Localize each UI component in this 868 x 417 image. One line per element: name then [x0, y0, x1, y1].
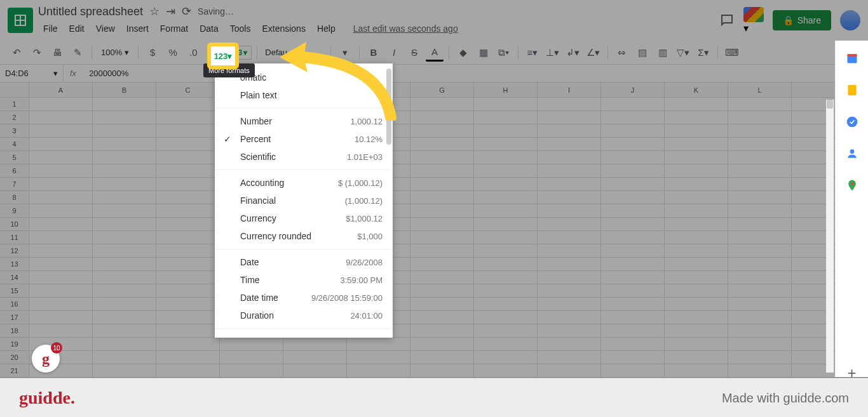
formula-bar[interactable]: 2000000%: [83, 69, 128, 78]
format-item-sample: 9/26/2008: [346, 258, 383, 267]
maps-icon[interactable]: [846, 179, 858, 192]
format-menu-item[interactable]: Scientific1.01E+03: [215, 148, 393, 166]
format-menu-item[interactable]: Date9/26/2008: [215, 253, 393, 271]
row-header[interactable]: 4: [0, 138, 29, 151]
wrap-icon[interactable]: ↲▾: [564, 44, 582, 62]
row-header[interactable]: 20: [0, 351, 29, 364]
format-menu-item[interactable]: ✓Percent10.12%: [215, 130, 393, 148]
merge-cells-icon[interactable]: ⧉▾: [495, 44, 513, 62]
row-header[interactable]: 2: [0, 111, 29, 124]
h-align-icon[interactable]: ≡▾: [524, 44, 541, 62]
select-all-corner[interactable]: [0, 83, 29, 97]
col-header[interactable]: L: [728, 83, 792, 97]
v-align-icon[interactable]: ⊥▾: [544, 44, 562, 62]
keyboard-icon[interactable]: ⌨: [723, 44, 741, 62]
format-menu-item[interactable]: Duration24:01:00: [215, 307, 393, 324]
last-edit-link[interactable]: Last edit was seconds ago: [353, 23, 458, 34]
fill-color-icon[interactable]: ◆: [454, 44, 472, 62]
decrease-decimal-icon[interactable]: .0: [184, 44, 202, 62]
share-button[interactable]: 🔒 Share: [773, 10, 831, 30]
row-header[interactable]: 11: [0, 231, 29, 244]
col-header[interactable]: H: [474, 83, 538, 97]
menu-format[interactable]: Format: [155, 21, 193, 36]
format-menu-item[interactable]: Financial(1,000.12): [215, 192, 393, 209]
strikethrough-icon[interactable]: S: [405, 44, 423, 62]
borders-icon[interactable]: ▦: [475, 44, 492, 62]
filter-icon[interactable]: ▽▾: [674, 44, 692, 62]
percent-icon[interactable]: %: [164, 44, 182, 62]
svg-point-7: [850, 149, 854, 154]
col-header[interactable]: C: [156, 83, 220, 97]
toolbar: ↶ ↷ 🖶 ✎ 100% ▾ $ % .0 .00 123▾ Defau ▾ B…: [0, 41, 868, 65]
account-avatar[interactable]: [840, 10, 860, 30]
format-item-sample: $1,000.12: [346, 214, 383, 223]
chart-icon[interactable]: ▥: [654, 44, 672, 62]
menu-data[interactable]: Data: [194, 21, 224, 36]
col-header[interactable]: B: [93, 83, 156, 97]
menu-tools[interactable]: Tools: [225, 21, 256, 36]
comment-history-icon[interactable]: [719, 13, 735, 28]
format-menu-item[interactable]: Currency rounded$1,000: [215, 227, 393, 245]
functions-icon[interactable]: Σ▾: [695, 44, 712, 62]
format-menu-item[interactable]: Time3:59:00 PM: [215, 271, 393, 289]
col-header[interactable]: J: [601, 83, 665, 97]
row-header[interactable]: 9: [0, 204, 29, 218]
calendar-icon[interactable]: [846, 52, 858, 65]
undo-icon[interactable]: ↶: [8, 44, 25, 62]
svg-point-6: [846, 117, 857, 128]
menu-insert[interactable]: Insert: [121, 21, 154, 36]
row-header[interactable]: 19: [0, 338, 29, 351]
row-header[interactable]: 17: [0, 311, 29, 324]
text-color-icon[interactable]: A: [426, 44, 444, 62]
menu-view[interactable]: View: [91, 21, 120, 36]
row-header[interactable]: 21: [0, 364, 29, 378]
guidde-badge[interactable]: g: [32, 345, 60, 373]
col-header[interactable]: G: [410, 83, 474, 97]
menu-file[interactable]: File: [38, 21, 63, 36]
paint-format-icon[interactable]: ✎: [69, 44, 86, 62]
row-header[interactable]: 5: [0, 151, 29, 164]
redo-icon[interactable]: ↷: [28, 44, 46, 62]
row-header[interactable]: 6: [0, 164, 29, 178]
row-header[interactable]: 3: [0, 124, 29, 138]
row-header[interactable]: 1: [0, 98, 29, 111]
col-header[interactable]: A: [29, 83, 93, 97]
format-item-sample: (1,000.12): [345, 196, 383, 206]
format-menu-item[interactable]: Date time9/26/2008 15:59:00: [215, 289, 393, 307]
menu-extensions[interactable]: Extensions: [257, 21, 310, 36]
col-header[interactable]: I: [538, 83, 601, 97]
row-header[interactable]: 16: [0, 298, 29, 311]
menu-edit[interactable]: Edit: [64, 21, 90, 36]
row-header[interactable]: 14: [0, 271, 29, 284]
format-menu-item[interactable]: Currency$1,000.12: [215, 209, 393, 227]
print-icon[interactable]: 🖶: [48, 44, 66, 62]
contacts-icon[interactable]: [846, 147, 858, 160]
keep-icon[interactable]: [846, 84, 858, 96]
doc-title[interactable]: Untitled spreadsheet: [38, 5, 143, 18]
comment-icon[interactable]: ▤: [634, 44, 651, 62]
move-folder-icon[interactable]: ⇥: [166, 4, 175, 18]
zoom-select[interactable]: 100% ▾: [97, 48, 133, 57]
meet-icon[interactable]: ▾: [743, 7, 764, 34]
row-header[interactable]: 8: [0, 191, 29, 204]
col-header[interactable]: K: [665, 83, 728, 97]
add-panel-icon[interactable]: +: [846, 364, 858, 377]
format-item-sample: $ (1,000.12): [338, 178, 383, 188]
row-header[interactable]: 13: [0, 258, 29, 271]
vertical-scrollbar[interactable]: [826, 100, 834, 373]
row-header[interactable]: 10: [0, 218, 29, 231]
name-box[interactable]: D4:D6▾: [0, 65, 64, 82]
menu-help[interactable]: Help: [312, 21, 341, 36]
tasks-icon[interactable]: [846, 116, 858, 128]
row-header[interactable]: 18: [0, 324, 29, 338]
link-icon[interactable]: ⇔: [613, 44, 631, 62]
row-header[interactable]: 12: [0, 244, 29, 258]
spreadsheet-grid[interactable]: A B C D E F G H I J K L 1234567891011121…: [0, 83, 868, 378]
star-icon[interactable]: ☆: [149, 4, 159, 18]
row-header[interactable]: 15: [0, 284, 29, 298]
rotate-icon[interactable]: ∠▾: [585, 44, 602, 62]
sheets-logo[interactable]: [8, 8, 33, 33]
format-menu-item[interactable]: Accounting$ (1,000.12): [215, 174, 393, 192]
row-header[interactable]: 7: [0, 178, 29, 191]
currency-icon[interactable]: $: [144, 44, 161, 62]
